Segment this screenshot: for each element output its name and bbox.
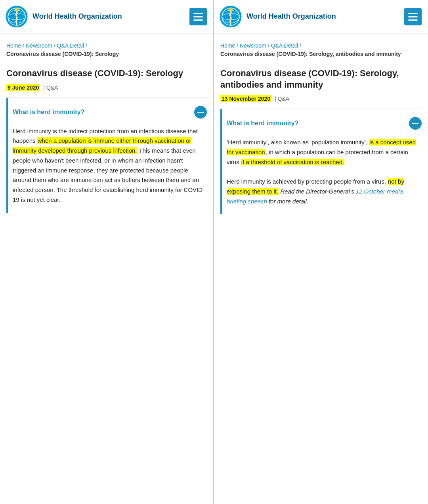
left-date: 9 June 2020 [6, 84, 40, 91]
right-para2-before: Herd immunity is achieved by protecting … [227, 178, 388, 185]
right-para1-highlight2: if a threshold of vaccination is reached… [241, 159, 344, 165]
svg-point-5 [15, 8, 19, 11]
left-breadcrumb-home[interactable]: Home [6, 42, 21, 49]
right-breadcrumb-qa[interactable]: Q&A Detail [271, 42, 298, 49]
right-para2-italic1: Read the Director-General’s [279, 188, 356, 195]
left-menu-line1 [193, 13, 203, 14]
left-breadcrumb-qa[interactable]: Q&A Detail [57, 42, 84, 49]
right-para1-before: ‘Herd immunity’, also known as ‘populati… [227, 139, 369, 146]
right-logo-area: WHO World Health Organization [219, 5, 336, 29]
left-logo-area: WHO World Health Organization [5, 5, 122, 29]
right-section: What is herd immunity? ‘Herd immunity’, … [220, 109, 422, 214]
left-section-title: What is herd immunity? [13, 109, 84, 116]
right-date-suffix: | Q&A [275, 96, 289, 102]
right-body-text: ‘Herd immunity’, also known as ‘populati… [227, 134, 422, 214]
left-body-after: This means that even people who haven't … [13, 147, 204, 203]
svg-text:WHO: WHO [15, 26, 19, 28]
right-section-header: What is herd immunity? [227, 109, 422, 134]
right-section-title: What is herd immunity? [227, 120, 298, 127]
right-menu-button[interactable] [404, 8, 422, 25]
right-para2-italic2: for more detail. [267, 198, 308, 205]
left-date-row: 9 June 2020 | Q&A [0, 81, 213, 98]
right-org-name: World Health Organization [246, 12, 336, 21]
right-breadcrumb-current: Coronavirus disease (COVID-19): Serology… [220, 51, 401, 57]
right-page-title: Coronavirus disease (COVID-19): Serology… [214, 61, 428, 92]
right-body-para1: ‘Herd immunity’, also known as ‘populati… [227, 138, 422, 167]
right-menu-line3 [408, 19, 418, 21]
right-menu-line1 [408, 13, 418, 14]
right-menu-line2 [408, 16, 418, 17]
svg-point-12 [229, 8, 233, 11]
right-date: 13 November 2020 [220, 95, 271, 102]
left-section-header: What is herd immunity? [13, 98, 207, 123]
right-breadcrumb-home[interactable]: Home [220, 42, 235, 49]
left-collapse-button[interactable] [194, 106, 207, 119]
left-breadcrumb-current: Coronavirus disease (COVID-19): Serology [6, 51, 119, 57]
left-breadcrumb-newsroom[interactable]: Newsroom [26, 42, 52, 49]
left-date-suffix: | Q&A [43, 84, 58, 91]
who-logo-icon: WHO [5, 5, 29, 29]
right-collapse-button[interactable] [409, 117, 422, 130]
right-body-para2: Herd immunity is achieved by protecting … [227, 177, 422, 206]
left-panel: WHO World Health Organization Home / New… [0, 0, 214, 504]
right-who-logo-icon: WHO [219, 5, 243, 29]
right-date-row: 13 November 2020 | Q&A [214, 92, 428, 109]
right-header: WHO World Health Organization [214, 0, 428, 34]
left-menu-button[interactable] [189, 8, 207, 25]
right-panel: WHO World Health Organization Home / New… [214, 0, 428, 504]
right-breadcrumb-newsroom[interactable]: Newsroom [240, 42, 266, 49]
left-menu-line2 [193, 16, 203, 17]
left-body-text: Herd immunity is the indirect protection… [13, 123, 207, 213]
right-breadcrumb: Home / Newsroom / Q&A Detail / Coronavir… [214, 34, 428, 61]
svg-text:WHO: WHO [229, 26, 233, 28]
left-page-title: Coronavirus disease (COVID-19): Serology [0, 61, 213, 81]
left-header: WHO World Health Organization [0, 0, 213, 34]
left-org-name: World Health Organization [32, 12, 122, 21]
left-breadcrumb: Home / Newsroom / Q&A Detail / Coronavir… [0, 34, 213, 61]
left-menu-line3 [193, 19, 203, 21]
left-section: What is herd immunity? Herd immunity is … [6, 98, 207, 213]
